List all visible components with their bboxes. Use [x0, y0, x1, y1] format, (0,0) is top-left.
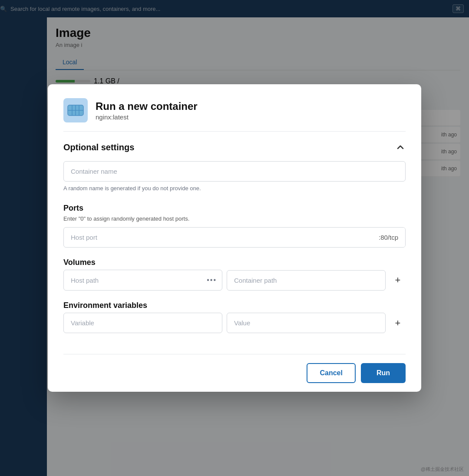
run-container-modal: Run a new container nginx:latest Optiona… — [48, 84, 421, 392]
modal-title: Run a new container — [96, 100, 198, 112]
env-row: + — [63, 313, 406, 333]
modal-subtitle: nginx:latest — [96, 113, 198, 121]
container-icon — [63, 98, 88, 122]
host-path-browse-button[interactable]: ••• — [201, 270, 222, 290]
modal-footer: Cancel Run — [48, 354, 421, 392]
env-value-input[interactable] — [227, 313, 386, 333]
optional-settings-toggle[interactable] — [395, 142, 406, 152]
modal-title-group: Run a new container nginx:latest — [96, 100, 198, 121]
host-port-input[interactable] — [64, 228, 372, 247]
cancel-button[interactable]: Cancel — [307, 363, 355, 383]
run-button[interactable]: Run — [361, 363, 406, 383]
host-path-wrapper: ••• — [63, 270, 222, 291]
ports-desc: Enter "0" to assign randomly generated h… — [63, 215, 406, 222]
container-name-group — [63, 161, 406, 182]
ports-section: Ports Enter "0" to assign randomly gener… — [63, 204, 406, 248]
volumes-section: Volumes ••• + — [63, 258, 406, 291]
container-path-wrapper — [227, 270, 386, 291]
container-path-input[interactable] — [227, 271, 385, 290]
ports-title: Ports — [63, 204, 406, 213]
container-name-input[interactable] — [63, 161, 406, 182]
env-variable-input[interactable] — [63, 313, 222, 333]
optional-settings-header: Optional settings — [63, 142, 406, 152]
modal-overlay: Run a new container nginx:latest Optiona… — [0, 0, 469, 476]
modal-body: Optional settings A random name is gener… — [48, 132, 421, 354]
env-vars-title: Environment variables — [63, 301, 406, 310]
port-input-row: :80/tcp — [63, 227, 406, 248]
add-env-button[interactable]: + — [390, 315, 406, 331]
container-name-hint: A random name is generated if you do not… — [63, 185, 406, 192]
modal-header: Run a new container nginx:latest — [48, 84, 421, 131]
host-path-input[interactable] — [64, 271, 201, 290]
add-volume-button[interactable]: + — [390, 272, 406, 288]
volume-row: ••• + — [63, 270, 406, 291]
volumes-title: Volumes — [63, 258, 406, 267]
optional-settings-title: Optional settings — [63, 142, 134, 152]
port-suffix: :80/tcp — [372, 228, 405, 247]
env-vars-section: Environment variables + — [63, 301, 406, 333]
